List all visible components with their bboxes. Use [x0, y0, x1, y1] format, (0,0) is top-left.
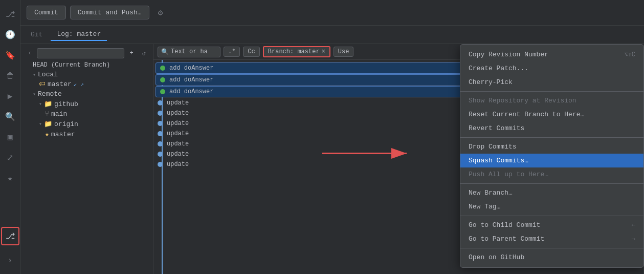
origin-label: origin — [54, 120, 78, 128]
tree-item-remote[interactable]: ▾ Remote — [20, 89, 153, 99]
tab-bar: Git Log: master — [20, 26, 644, 44]
commit-dot-9 — [158, 162, 163, 167]
commit-button[interactable]: Commit — [27, 6, 66, 19]
tree-item-origin[interactable]: ▾ 📁 origin — [20, 119, 153, 129]
menu-goto-parent[interactable]: Go to Parent Commit → — [460, 232, 643, 246]
menu-drop-commits-label: Drop Commits — [469, 143, 517, 151]
tree-item-main[interactable]: ⑂ main — [20, 109, 153, 119]
menu-revert-commits[interactable]: Revert Commits — [460, 121, 643, 135]
github-chevron: ▾ — [39, 101, 42, 107]
master-arrows: ↙ ↗ — [74, 81, 84, 88]
commit-dot-6 — [158, 131, 163, 136]
tree-item-head[interactable]: HEAD (Current Branch) — [20, 60, 153, 70]
tab-log-master[interactable]: Log: master — [51, 28, 107, 41]
sidebar-icon-play[interactable]: ▶ — [1, 87, 19, 106]
menu-squash-commits-label: Squash Commits… — [469, 157, 528, 164]
origin-folder-icon: 📁 — [44, 120, 52, 128]
commit-dot-3 — [158, 100, 163, 106]
menu-sep-2 — [460, 137, 643, 138]
github-folder-icon: 📁 — [44, 100, 52, 108]
menu-reset-branch-label: Reset Current Branch to Here… — [469, 111, 584, 118]
commit-dot-7 — [158, 141, 163, 146]
sidebar-icon-expand[interactable]: › — [1, 251, 19, 270]
menu-goto-parent-shortcut: → — [632, 236, 635, 243]
commit-dot-2 — [160, 89, 165, 94]
menu-copy-revision-label: Copy Revision Number — [469, 51, 548, 58]
menu-open-github[interactable]: Open on GitHub — [460, 250, 643, 264]
case-button[interactable]: Cc — [243, 47, 259, 57]
left-sidebar: ⎇ 🕐 🔖 🗑 ▶ 🔍 ▣ ⤢ ★ ⎇ › — [0, 0, 20, 274]
menu-show-repo: Show Repository at Revision — [460, 94, 643, 108]
commit-dot-4 — [158, 111, 163, 116]
sidebar-icon-trash[interactable]: 🗑 — [1, 67, 19, 85]
menu-new-tag[interactable]: New Tag… — [460, 200, 643, 214]
menu-drop-commits[interactable]: Drop Commits — [460, 140, 643, 154]
menu-cherry-pick[interactable]: Cherry-Pick — [460, 75, 643, 89]
sidebar-icon-search[interactable]: 🔍 — [1, 108, 19, 126]
local-chevron: ▾ — [33, 72, 36, 78]
menu-reset-branch[interactable]: Reset Current Branch to Here… — [460, 108, 643, 121]
log-search-input[interactable] — [171, 48, 217, 55]
remote-chevron: ▾ — [33, 91, 36, 97]
menu-sep-1 — [460, 91, 643, 92]
menu-goto-child[interactable]: Go to Child Commit ← — [460, 218, 643, 232]
menu-new-tag-label: New Tag… — [469, 203, 500, 210]
menu-sep-4 — [460, 216, 643, 216]
menu-push-all: Push All up to Here… — [460, 167, 643, 181]
origin-chevron: ▾ — [39, 121, 42, 127]
branch-filter[interactable]: Branch: master × — [263, 46, 330, 57]
menu-copy-revision[interactable]: Copy Revision Number ⌥⇧C — [460, 48, 643, 61]
github-label: github — [54, 100, 78, 108]
tree-item-master-remote[interactable]: ★ master — [20, 129, 153, 139]
main-area: Commit Commit and Push… ⚙ Git Log: maste… — [20, 0, 644, 274]
sidebar-icon-vcs[interactable]: ⎇ — [1, 5, 19, 24]
sidebar-icon-bookmark[interactable]: 🔖 — [1, 46, 19, 65]
menu-create-patch[interactable]: Create Patch... — [460, 61, 643, 75]
local-label: Local — [38, 71, 58, 78]
menu-new-branch-label: New Branch… — [469, 189, 513, 197]
tree-item-github[interactable]: ▾ 📁 github — [20, 99, 153, 109]
tree-panel: ‹ + ↺ HEAD (Current Branch) ▾ Local 🏷 ma… — [20, 44, 153, 274]
menu-show-repo-label: Show Repository at Revision — [469, 97, 576, 104]
context-menu: Copy Revision Number ⌥⇧C Create Patch...… — [460, 44, 644, 268]
menu-revert-commits-label: Revert Commits — [469, 124, 524, 132]
master-label: master — [48, 80, 72, 88]
sidebar-icon-git[interactable]: ⎇ — [1, 227, 19, 245]
menu-push-all-label: Push All up to Here… — [469, 171, 548, 178]
menu-goto-child-shortcut: ← — [632, 222, 635, 229]
sidebar-icon-terminal[interactable]: ▣ — [1, 128, 19, 146]
tab-git[interactable]: Git — [25, 29, 49, 40]
search-icon: 🔍 — [161, 48, 169, 56]
sidebar-icon-star[interactable]: ★ — [1, 169, 19, 187]
menu-copy-revision-shortcut: ⌥⇧C — [624, 51, 635, 58]
refresh-button[interactable]: ↺ — [139, 48, 149, 58]
log-search-box: 🔍 — [158, 47, 220, 57]
commit-push-button[interactable]: Commit and Push… — [70, 6, 149, 19]
settings-icon[interactable]: ⚙ — [153, 6, 168, 20]
master-star-icon: ★ — [45, 130, 49, 138]
tree-item-local[interactable]: ▾ Local — [20, 70, 153, 79]
add-button[interactable]: + — [126, 48, 137, 58]
regex-button[interactable]: .* — [224, 47, 240, 57]
sidebar-icon-scale[interactable]: ⤢ — [1, 149, 19, 167]
menu-sep-5 — [460, 248, 643, 248]
main-branch-icon: ⑂ — [45, 110, 49, 118]
branch-filter-label: Branch: master — [268, 48, 320, 55]
commit-dot-0 — [160, 66, 165, 71]
user-filter-button[interactable]: Use — [334, 47, 354, 57]
collapse-button[interactable]: ‹ — [25, 48, 35, 58]
remote-label: Remote — [38, 90, 62, 98]
tree-search-input[interactable] — [37, 48, 124, 58]
commit-dot-1 — [160, 77, 165, 82]
branch-filter-close[interactable]: × — [322, 48, 325, 55]
head-label: HEAD (Current Branch) — [33, 61, 110, 69]
menu-sep-3 — [460, 183, 643, 184]
sidebar-icon-clock[interactable]: 🕐 — [1, 26, 19, 44]
menu-goto-parent-label: Go to Parent Commit — [469, 235, 544, 243]
menu-create-patch-label: Create Patch... — [469, 65, 528, 72]
tree-item-master-local[interactable]: 🏷 master ↙ ↗ — [20, 79, 153, 89]
menu-squash-commits[interactable]: Squash Commits… — [460, 154, 643, 167]
menu-open-github-label: Open on GitHub — [469, 254, 524, 261]
menu-new-branch[interactable]: New Branch… — [460, 186, 643, 200]
menu-goto-child-label: Go to Child Commit — [469, 221, 540, 229]
